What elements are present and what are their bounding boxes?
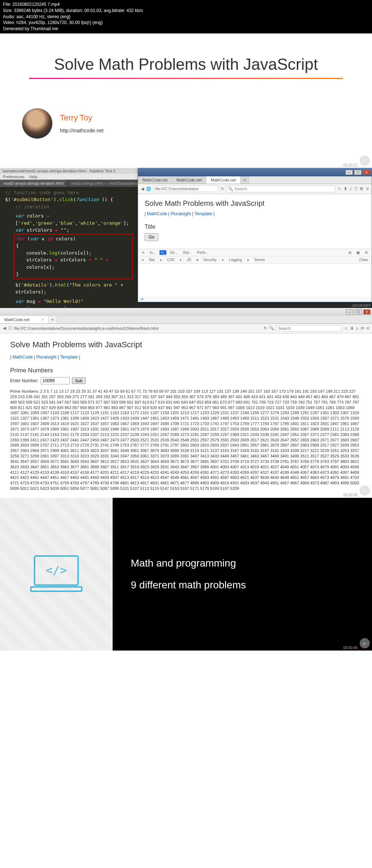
link-template[interactable]: Template <box>60 355 78 360</box>
code-editor[interactable]: // function code goes here $('#submitBut… <box>0 187 138 307</box>
outro-line-2: 9 different math problems <box>131 579 372 591</box>
link-template[interactable]: Template <box>194 211 212 216</box>
browser2-tab[interactable]: MathCode.net × <box>0 316 49 323</box>
devtools-split-icon[interactable]: ⊞ <box>347 250 353 255</box>
search-input[interactable] <box>276 325 342 332</box>
menu-icon[interactable]: ≡ <box>367 326 369 331</box>
devtools-style[interactable]: Styl... <box>181 250 193 255</box>
link-mathcode[interactable]: MathCode <box>147 211 167 216</box>
devtools-debugger[interactable]: De... <box>169 250 179 255</box>
browser2-addressbar: ◀ ⓘ file:///C:/Users/standalone/Document… <box>0 324 372 333</box>
menu-icon[interactable]: ≡ <box>366 186 369 191</box>
go-button[interactable]: Go <box>145 233 158 241</box>
menu-help[interactable]: Help <box>29 175 37 179</box>
author-info: Terry Toy http://mathcode.net <box>60 113 104 133</box>
laptop-code-icon: </> <box>27 552 85 596</box>
devtools-perf[interactable]: Perfo... <box>195 250 210 255</box>
pluralsight-logo: pluralsight <box>352 303 371 307</box>
browser-titlebar: — ☐ ✕ <box>138 168 372 176</box>
meta-generated: Generated by Thumbnail me <box>3 26 369 32</box>
filter-security[interactable]: Security <box>202 257 218 262</box>
editor-tab-2[interactable]: mod2-strings.html — mod2\samplecode <box>67 180 145 187</box>
editor-tab-1[interactable]: mod2-arrays-strings-iteration.html <box>0 180 67 187</box>
filter-js[interactable]: JS <box>185 257 193 262</box>
devtools-dock-icon[interactable]: ▣ <box>355 250 361 255</box>
browser-tab-2[interactable]: MathCode.net <box>172 176 206 184</box>
link-pluralsight[interactable]: Pluralsight <box>171 211 191 216</box>
new-tab-button[interactable]: + <box>49 316 57 323</box>
back-icon[interactable]: ◀ <box>141 187 144 191</box>
devtools-console-icon[interactable]: >_ <box>159 250 166 255</box>
home-icon[interactable]: ⌂ <box>349 186 352 191</box>
svg-rect-1 <box>31 587 82 591</box>
browser-content: Solve Math Problems with JavaScript | Ma… <box>138 194 372 249</box>
filter-server[interactable]: Server <box>253 257 266 262</box>
new-tab-button[interactable]: + <box>240 176 249 184</box>
maximize-button[interactable]: ☐ <box>354 170 361 175</box>
sync-icon[interactable]: ⟳ <box>361 326 364 331</box>
page-heading: Solve Math Problems with JavaScript <box>145 199 365 208</box>
filter-logging[interactable]: Logging <box>227 257 243 262</box>
link-mathcode[interactable]: MathCode <box>12 355 32 360</box>
browser2-content: Solve Math Problems with JavaScript | Ma… <box>0 333 372 498</box>
editor-browser-section: \samplecode\mod2-arrays-strings-iteratio… <box>0 168 372 308</box>
download-icon[interactable]: ⬇ <box>350 326 354 331</box>
star-icon[interactable]: ☆ <box>344 326 348 331</box>
number-input[interactable] <box>41 377 70 384</box>
submit-button[interactable]: Sub <box>72 377 86 384</box>
devtools-settings-icon[interactable]: ⚙ <box>363 250 369 255</box>
back-icon[interactable]: ◀ <box>3 326 6 331</box>
pocket-icon[interactable]: ▽ <box>354 186 357 191</box>
prime-section-header: Prime Numbers <box>10 367 362 374</box>
browser-window-1: — ☐ ✕ MathCode.net MathCode.net MathCode… <box>138 168 372 302</box>
browser-tab-1[interactable]: MathCode.net <box>138 176 172 184</box>
nav-links: | MathCode | Pluralsight | Template | <box>145 211 365 216</box>
title-slide: Solve Math Problems with JavaScript Terr… <box>0 33 372 168</box>
maximize-button[interactable]: ☐ <box>355 309 362 315</box>
address-input[interactable]: file:///C:/Users/standalone/Documents/pl… <box>14 326 262 331</box>
devtools-inspector[interactable]: In... <box>148 250 157 255</box>
timestamp: 00:00:36 <box>343 493 357 497</box>
close-button[interactable]: ✕ <box>363 170 370 175</box>
minimize-button[interactable]: — <box>346 309 353 315</box>
minimize-button[interactable]: — <box>345 170 353 175</box>
close-button[interactable]: ✕ <box>363 309 371 315</box>
info-icon[interactable]: ⓘ <box>8 325 12 331</box>
browser-addressbar: ◀ 🌐 file:///C:/Users/standalon ↻ 🔍 Searc… <box>138 184 372 194</box>
filter-css[interactable]: CSS <box>166 257 176 262</box>
browser2-titlebar: — ☐ ✕ <box>0 308 372 316</box>
nav-links: | MathCode | Pluralsight | Template | <box>10 355 362 360</box>
globe-icon: 🌐 <box>146 187 151 191</box>
outro-graphic-pane: </> <box>0 498 113 651</box>
prime-input-row: Enter Number: Sub <box>10 377 362 384</box>
filter-net[interactable]: Net <box>147 257 156 262</box>
outro-text-pane: Math and programming 9 different math pr… <box>113 498 372 651</box>
devtools-close-icon[interactable]: ✕ <box>140 250 146 255</box>
tab-close-icon[interactable]: × <box>41 317 44 322</box>
browser-tabs: MathCode.net MathCode.net MathCode.net + <box>138 176 372 184</box>
clear-button[interactable]: Clear <box>358 257 369 262</box>
video-metadata-header: File: 20160602120245 7.mp4 Size: 3399246… <box>0 0 372 33</box>
reload-icon[interactable]: ↻ <box>264 326 267 331</box>
link-pluralsight[interactable]: Pluralsight <box>36 355 57 360</box>
prime-output: Prime Numbers: 2 3 5 7 11 13 17 19 23 29… <box>10 389 362 491</box>
search-input[interactable]: 🔍 Search <box>226 185 335 192</box>
course-title: Solve Math Problems with JavaScript <box>18 55 354 73</box>
author-url: http://mathcode.net <box>60 128 104 133</box>
form-title-label: Title <box>145 224 365 230</box>
address-input[interactable]: file:///C:/Users/standalon <box>153 185 219 192</box>
console-prompt[interactable]: ≫ <box>138 296 372 302</box>
outro-line-1: Math and programming <box>131 557 372 569</box>
browser-tab-3[interactable]: MathCode.net <box>206 176 240 184</box>
menu-preferences[interactable]: Preferences <box>3 175 24 179</box>
title-underline <box>29 78 343 79</box>
meta-video: Video: h264, yuv420p, 1280x720, 30.00 fp… <box>3 20 369 26</box>
home-icon[interactable]: ⌂ <box>356 326 359 331</box>
shield-icon[interactable]: ⛨ <box>360 186 364 191</box>
reload-icon[interactable]: ↻ <box>221 187 224 191</box>
download-icon[interactable]: ⬇ <box>344 186 347 191</box>
timestamp: 00:00:48 <box>343 646 357 650</box>
timestamp: 00:00:12 <box>343 163 357 167</box>
star-icon[interactable]: ☆ <box>337 186 341 191</box>
outro-slide: </> Math and programming 9 different mat… <box>0 498 372 651</box>
